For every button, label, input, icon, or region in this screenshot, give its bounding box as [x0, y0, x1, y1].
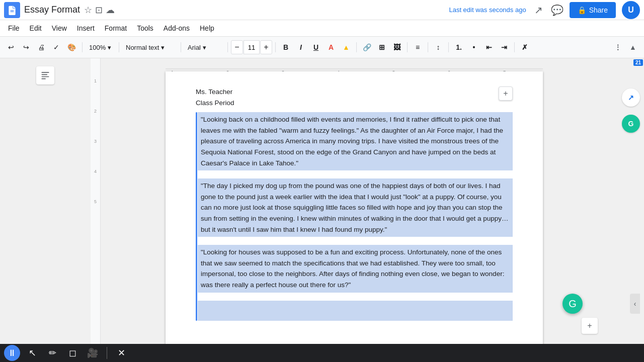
- divider-3: [181, 42, 181, 52]
- menu-tools[interactable]: Tools: [133, 22, 157, 34]
- font-size-area: − +: [231, 40, 272, 54]
- explore-button[interactable]: G: [562, 294, 583, 314]
- underline-button[interactable]: U: [309, 40, 323, 54]
- divider-7: [407, 42, 408, 52]
- collapse-toolbar-button[interactable]: ▲: [626, 40, 640, 54]
- svg-rect-5: [42, 78, 46, 79]
- horizontal-ruler: 1 2 3 4 5 6 7: [166, 68, 543, 69]
- menu-edit[interactable]: Edit: [26, 22, 46, 34]
- increase-indent-button[interactable]: ⇥: [497, 40, 511, 54]
- svg-rect-3: [42, 74, 48, 75]
- document-title[interactable]: Essay Format: [24, 5, 80, 15]
- spellcheck-button[interactable]: ✓: [49, 40, 63, 54]
- image-button[interactable]: 🖼: [390, 40, 404, 54]
- star-icon[interactable]: ☆: [84, 5, 92, 16]
- grammarly-right-button[interactable]: G: [622, 115, 640, 133]
- left-sidebar: 1 2 3 4 5: [0, 58, 91, 344]
- svg-rect-2: [42, 72, 49, 73]
- clear-formatting-button[interactable]: ✗: [518, 40, 532, 54]
- last-edit-status: Last edit was seconds ago: [449, 6, 526, 14]
- menu-view[interactable]: View: [48, 22, 71, 34]
- comment-icon[interactable]: 💬: [551, 4, 564, 16]
- user-avatar[interactable]: U: [622, 1, 640, 19]
- font-size-decrease[interactable]: −: [231, 40, 243, 54]
- share-button[interactable]: 🔒 Share: [570, 2, 616, 18]
- menu-format[interactable]: Format: [101, 22, 131, 34]
- paragraph-1[interactable]: "Looking back on a childhood filled with…: [198, 112, 513, 170]
- main-area: 1 2 3 4 5 1 2 3 4 5 6 7 + Ms. Teacher Cl…: [0, 58, 644, 344]
- add-comment-button[interactable]: +: [499, 86, 513, 101]
- selected-region: "Looking back on a childhood filled with…: [196, 112, 513, 320]
- menu-addons[interactable]: Add-ons: [159, 22, 194, 34]
- explore-right-button[interactable]: ↗: [622, 88, 640, 107]
- numbered-list-button[interactable]: 1.: [452, 40, 466, 54]
- close-bar-button[interactable]: ✕: [113, 345, 129, 361]
- paragraph-2[interactable]: "The day I picked my dog up from the pou…: [198, 178, 513, 237]
- menu-bar: File Edit View Insert Format Tools Add-o…: [0, 20, 644, 36]
- link-button[interactable]: 🔗: [360, 40, 374, 54]
- header-period: Class Period: [196, 98, 513, 109]
- notification-badge: 21: [633, 59, 643, 66]
- undo-button[interactable]: ↩: [4, 40, 18, 54]
- zoom-chevron: ▾: [108, 44, 111, 51]
- redo-button[interactable]: ↪: [19, 40, 33, 54]
- italic-button[interactable]: I: [294, 40, 308, 54]
- font-color-button[interactable]: A: [324, 40, 338, 54]
- print-button[interactable]: 🖨: [34, 40, 48, 54]
- divider-6: [356, 42, 357, 52]
- document-page: + Ms. Teacher Class Period "Looking back…: [166, 71, 543, 344]
- highlight-button[interactable]: ▲: [339, 40, 353, 54]
- doc-area[interactable]: 1 2 3 4 5 6 7 + Ms. Teacher Class Period…: [91, 58, 618, 344]
- paint-format-button[interactable]: 🎨: [64, 40, 79, 54]
- divider-9: [448, 42, 449, 52]
- title-icons: ☆ ⊡ ☁: [84, 5, 115, 16]
- right-expand-button[interactable]: ‹: [630, 294, 640, 314]
- header-icons: ↗ 💬: [534, 4, 564, 16]
- divider-1: [82, 42, 83, 52]
- menu-file[interactable]: File: [4, 22, 24, 34]
- cursor-button[interactable]: ↖: [24, 345, 40, 361]
- bold-button[interactable]: B: [279, 40, 293, 54]
- line-spacing-button[interactable]: ↕: [431, 40, 445, 54]
- font-size-increase[interactable]: +: [260, 40, 272, 54]
- align-button[interactable]: ≡: [411, 40, 425, 54]
- zoom-selector[interactable]: 100% ▾: [86, 40, 116, 54]
- style-selector[interactable]: Normal text ▾: [122, 40, 178, 54]
- divider-8: [428, 42, 428, 52]
- paragraph-3[interactable]: "Looking for houses was supposed to be a…: [198, 245, 513, 292]
- outline-icon[interactable]: [36, 66, 54, 84]
- header-teacher: Ms. Teacher: [196, 86, 513, 98]
- partial-selection: [198, 301, 513, 321]
- table-button[interactable]: ⊞: [375, 40, 389, 54]
- bottom-divider: [107, 347, 107, 359]
- divider-5: [275, 42, 276, 52]
- bottom-bar: ⏸ ↖ ✏ ◻ 🎥 ✕: [0, 344, 644, 362]
- menu-insert[interactable]: Insert: [73, 22, 99, 34]
- bulleted-list-button[interactable]: •: [467, 40, 481, 54]
- lock-icon: 🔒: [578, 6, 586, 14]
- font-chevron: ▾: [203, 44, 206, 51]
- selection-bar: [196, 112, 197, 320]
- font-selector[interactable]: Arial ▾: [184, 40, 224, 54]
- divider-10: [514, 42, 515, 52]
- eraser-button[interactable]: ◻: [64, 345, 80, 361]
- decrease-indent-button[interactable]: ⇤: [482, 40, 496, 54]
- svg-rect-4: [42, 76, 49, 77]
- page-down-button[interactable]: +: [582, 318, 598, 334]
- right-sidebar: ↗ G ‹ 21: [618, 58, 644, 344]
- pen-button[interactable]: ✏: [44, 345, 60, 361]
- divider-2: [119, 42, 119, 52]
- camera-button[interactable]: 🎥: [85, 345, 101, 361]
- divider-4: [227, 42, 228, 52]
- doc-icon: [4, 2, 20, 18]
- title-bar: Essay Format ☆ ⊡ ☁ Last edit was seconds…: [0, 0, 644, 20]
- style-chevron: ▾: [161, 44, 165, 51]
- cloud-icon[interactable]: ☁: [106, 5, 115, 16]
- menu-help[interactable]: Help: [196, 22, 218, 34]
- font-size-input[interactable]: [244, 40, 260, 54]
- drive-icon[interactable]: ⊡: [95, 5, 103, 16]
- more-options-button[interactable]: ⋮: [611, 40, 625, 54]
- pause-button[interactable]: ⏸: [4, 345, 20, 361]
- trending-icon[interactable]: ↗: [534, 4, 543, 16]
- toolbar: ↩ ↪ 🖨 ✓ 🎨 100% ▾ Normal text ▾ Arial ▾ −…: [0, 36, 644, 58]
